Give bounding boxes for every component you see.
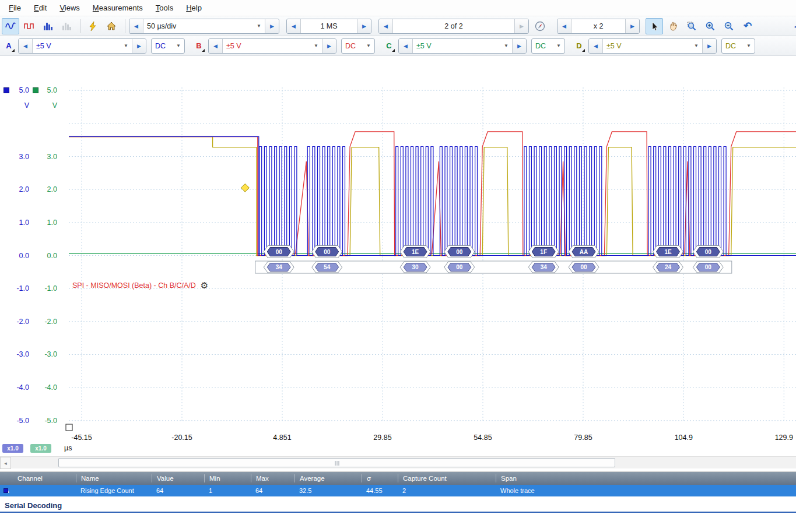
persistence-view-button[interactable] xyxy=(20,18,38,34)
channel-c-range-select[interactable]: ±5 V ▼ xyxy=(413,39,512,53)
samples-decrease-button[interactable]: ◀ xyxy=(287,19,301,33)
channel-b-controls: B ◀ ±5 V ▼ ▶ DC ▼ xyxy=(192,38,375,54)
right-arrow-icon: ▶ xyxy=(630,23,634,29)
x-axis-tick-label: 104.9 xyxy=(675,434,693,442)
zoom-in-tool-button[interactable] xyxy=(702,18,719,34)
hand-tool-button[interactable] xyxy=(664,18,682,34)
channel-d-range-select[interactable]: ±5 V ▼ xyxy=(603,39,702,53)
gear-icon[interactable]: ⚙ xyxy=(201,280,208,291)
channel-b-range-select[interactable]: ±5 V ▼ xyxy=(223,39,322,53)
buffer-next-button[interactable]: ▶ xyxy=(514,19,528,33)
channel-c-coupling-select[interactable]: DC ▼ xyxy=(531,38,565,54)
channel-c-coupling-value: DC xyxy=(535,42,546,50)
horizontal-scrollbar[interactable]: ◂ xyxy=(0,456,796,468)
channel-d-range-increase-button[interactable]: ▶ xyxy=(702,39,716,53)
menu-views[interactable]: Views xyxy=(53,1,86,15)
samples-increase-button[interactable]: ▶ xyxy=(357,19,371,33)
menu-file[interactable]: File xyxy=(2,1,27,15)
histogram-icon xyxy=(42,20,54,32)
zoom-out-tool-button[interactable] xyxy=(720,18,738,34)
channel-a-coupling-select[interactable]: DC ▼ xyxy=(151,38,185,54)
channel-a-coupling-value: DC xyxy=(155,42,166,50)
column-header-value[interactable]: Value xyxy=(152,474,204,482)
channel-a-menu-button[interactable]: A xyxy=(2,38,16,54)
timebase-increase-button[interactable]: ▶ xyxy=(265,19,279,33)
menu-edit[interactable]: Edit xyxy=(27,1,53,15)
trigger-marker[interactable] xyxy=(241,184,249,192)
y-axis-tick-label: 2.0 xyxy=(34,185,57,194)
buffer-overview-button[interactable] xyxy=(531,18,549,34)
channel-c-menu-button[interactable]: C xyxy=(382,38,396,54)
axis-zoom-badge-c[interactable]: x1.0 xyxy=(30,444,51,453)
zoom-factor-decrease-button[interactable]: ◀ xyxy=(557,19,571,33)
channel-a-range-select[interactable]: ±5 V ▼ xyxy=(33,39,132,53)
clipped-toolbar-button[interactable]: ◀ xyxy=(788,18,796,34)
scope-plot[interactable]: 003400541E3000001F34AA001E240000 xyxy=(0,56,796,456)
scrollbar-thumb[interactable] xyxy=(58,458,615,467)
home-button[interactable] xyxy=(103,18,120,34)
channel-a-range-increase-button[interactable]: ▶ xyxy=(132,39,146,53)
undo-zoom-button[interactable]: ↶ xyxy=(739,18,756,34)
trigger-time-marker[interactable] xyxy=(66,424,72,431)
channel-c-range-control: ◀ ±5 V ▼ ▶ xyxy=(398,38,527,54)
timebase-decrease-button[interactable]: ◀ xyxy=(129,19,143,33)
buffer-previous-button[interactable]: ◀ xyxy=(379,19,393,33)
zoom-in-icon xyxy=(704,20,716,32)
mosi-byte-value: 34 xyxy=(541,264,548,270)
y-axis-tick-label: 2.0 xyxy=(6,185,29,194)
zoom-factor-control: ◀ x 2 ▶ xyxy=(557,19,640,34)
cell-name: Rising Edge Count xyxy=(76,487,152,494)
histogram-persistence-button[interactable] xyxy=(58,18,75,34)
samples-value-box[interactable]: 1 MS xyxy=(301,19,357,33)
mosi-byte-value: 34 xyxy=(276,264,283,270)
channel-d-coupling-select[interactable]: DC ▼ xyxy=(721,38,755,54)
mosi-byte-value: 00 xyxy=(705,264,712,270)
cell-max: 64 xyxy=(251,487,294,494)
column-header-sigma[interactable]: σ xyxy=(362,474,398,482)
timebase-control: ◀ 50 µs/div ▼ ▶ xyxy=(129,19,279,34)
serial-decoding-panel-header[interactable]: Serial Decoding xyxy=(0,499,796,513)
menu-measurements[interactable]: Measurements xyxy=(86,1,149,15)
column-header-name[interactable]: Name xyxy=(76,474,152,482)
x-axis-tick-label: -20.15 xyxy=(171,434,192,442)
column-header-max[interactable]: Max xyxy=(251,474,294,482)
corner-indicator-icon xyxy=(12,49,15,52)
axis-zoom-badge-a[interactable]: x1.0 xyxy=(2,444,23,453)
menu-tools[interactable]: Tools xyxy=(149,1,180,15)
timebase-select[interactable]: 50 µs/div ▼ xyxy=(143,19,265,33)
channel-b-range-decrease-button[interactable]: ◀ xyxy=(209,39,223,53)
column-header-average[interactable]: Average xyxy=(294,474,362,482)
channel-b-menu-button[interactable]: B xyxy=(192,38,206,54)
y-axis-tick-label: 0.0 xyxy=(6,251,29,260)
channel-b-range-increase-button[interactable]: ▶ xyxy=(322,39,336,53)
channel-c-range-increase-button[interactable]: ▶ xyxy=(512,39,526,53)
channel-d-menu-button[interactable]: D xyxy=(572,38,586,54)
scope-view-button[interactable] xyxy=(2,18,19,34)
y-axis-tick-label: 1.0 xyxy=(6,218,29,227)
histogram-view-button[interactable] xyxy=(39,18,57,34)
scrollbar-left-button[interactable]: ◂ xyxy=(0,457,11,469)
channel-d-range-decrease-button[interactable]: ◀ xyxy=(589,39,603,53)
column-header-span[interactable]: Span xyxy=(496,474,796,482)
channel-a-range-decrease-button[interactable]: ◀ xyxy=(19,39,33,53)
right-arrow-icon: ▶ xyxy=(362,23,366,29)
picoscope-window: File Edit Views Measurements Tools Help xyxy=(0,0,796,532)
menu-help[interactable]: Help xyxy=(180,1,208,15)
column-header-channel[interactable]: Channel xyxy=(0,474,76,482)
measurement-row[interactable]: A Rising Edge Count 64 1 64 32.5 44.55 2… xyxy=(0,485,796,496)
channel-b-coupling-select[interactable]: DC ▼ xyxy=(341,38,375,54)
channel-c-range-decrease-button[interactable]: ◀ xyxy=(399,39,413,53)
grid xyxy=(69,87,796,421)
column-header-min[interactable]: Min xyxy=(204,474,251,482)
zoom-factor-increase-button[interactable]: ▶ xyxy=(625,19,639,33)
column-header-capture-count[interactable]: Capture Count xyxy=(398,474,496,482)
right-arrow-icon: ▶ xyxy=(270,23,274,29)
zoom-selection-tool-button[interactable] xyxy=(683,18,700,34)
right-arrow-icon: ▶ xyxy=(327,43,331,49)
miso-byte-value: AA xyxy=(580,249,588,255)
y-axis-tick-label: 0.0 xyxy=(34,251,57,260)
sine-wave-icon xyxy=(5,20,16,32)
toolbar-separator xyxy=(80,19,80,33)
select-tool-button[interactable] xyxy=(646,18,663,34)
signal-generator-button[interactable] xyxy=(84,18,101,34)
